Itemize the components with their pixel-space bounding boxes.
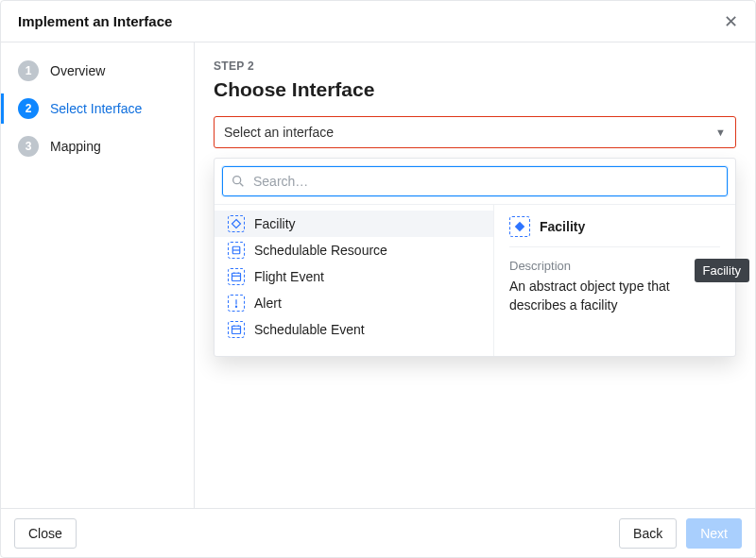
resource-icon: [228, 242, 245, 259]
modal: Implement an Interface ✕ 1 Overview 2 Se…: [0, 0, 756, 558]
close-button[interactable]: Close: [14, 518, 77, 549]
wizard-step-select-interface[interactable]: 2 Select Interface: [1, 90, 194, 127]
option-flight-event[interactable]: Flight Event: [215, 263, 493, 290]
search-icon: [231, 174, 246, 189]
option-label: Schedulable Event: [254, 322, 365, 337]
step-label: Select Interface: [50, 101, 142, 116]
step-number: 2: [18, 98, 39, 119]
tooltip-text: Facility: [695, 259, 749, 282]
dropdown-panes: Facility Schedulable Resource: [215, 205, 735, 356]
modal-header: Implement an Interface ✕: [1, 1, 755, 42]
modal-footer: Close Back Next: [1, 508, 755, 557]
page-title: Choose Interface: [214, 78, 736, 101]
diamond-icon: [509, 216, 530, 237]
option-label: Alert: [254, 296, 282, 311]
dropdown-search-wrap: [215, 159, 735, 205]
tooltip: Facility: [695, 259, 749, 282]
option-label: Facility: [254, 216, 296, 231]
interface-dropdown: Facility Schedulable Resource: [214, 158, 736, 357]
option-facility[interactable]: Facility: [215, 211, 493, 237]
caret-down-icon: ▼: [715, 127, 726, 138]
step-eyebrow: STEP 2: [214, 59, 736, 73]
wizard-sidebar: 1 Overview 2 Select Interface 3 Mapping: [1, 42, 195, 508]
option-schedulable-event[interactable]: Schedulable Event: [215, 316, 493, 343]
options-list: Facility Schedulable Resource: [215, 205, 494, 356]
svg-line-1: [240, 183, 243, 186]
detail-desc: An abstract object type that describes a…: [509, 277, 720, 315]
svg-marker-15: [515, 222, 525, 232]
detail-desc-label: Description: [509, 259, 720, 273]
diamond-icon: [228, 215, 245, 232]
close-icon[interactable]: ✕: [720, 9, 742, 34]
svg-rect-5: [232, 273, 241, 280]
interface-select-value: Select an interface: [224, 125, 334, 140]
dropdown-search[interactable]: [222, 166, 728, 196]
step-number: 1: [18, 60, 39, 81]
wizard-step-mapping[interactable]: 3 Mapping: [1, 127, 194, 165]
option-label: Schedulable Resource: [254, 243, 387, 258]
svg-rect-11: [232, 326, 241, 333]
modal-title: Implement an Interface: [18, 13, 172, 29]
next-button[interactable]: Next: [686, 518, 742, 549]
search-input[interactable]: [253, 174, 719, 189]
calendar-icon: [228, 321, 245, 338]
step-label: Overview: [50, 63, 105, 78]
svg-point-0: [233, 177, 241, 184]
interface-select[interactable]: Select an interface ▼: [214, 116, 736, 148]
alert-icon: [228, 295, 245, 312]
option-schedulable-resource[interactable]: Schedulable Resource: [215, 237, 493, 263]
modal-body: 1 Overview 2 Select Interface 3 Mapping …: [1, 42, 755, 508]
svg-marker-2: [232, 220, 241, 228]
option-label: Flight Event: [254, 269, 324, 284]
back-button[interactable]: Back: [619, 518, 677, 549]
option-alert[interactable]: Alert: [215, 290, 493, 316]
step-label: Mapping: [50, 139, 101, 154]
wizard-step-overview[interactable]: 1 Overview: [1, 52, 194, 90]
detail-name: Facility: [540, 219, 585, 234]
main-panel: STEP 2 Choose Interface Select an interf…: [195, 42, 755, 508]
calendar-icon: [228, 268, 245, 285]
step-number: 3: [18, 136, 39, 157]
detail-header: Facility: [509, 216, 720, 247]
svg-point-10: [235, 306, 236, 307]
